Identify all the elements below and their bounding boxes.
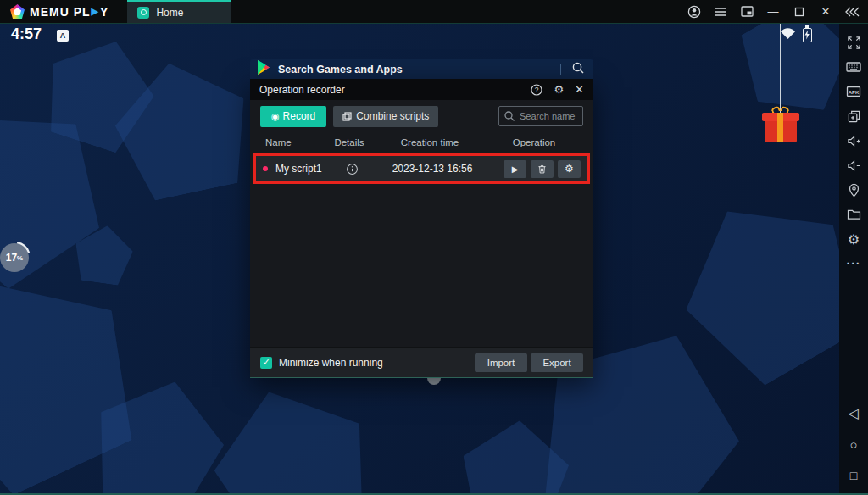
help-icon[interactable]: ? [531,84,542,96]
window-controls: — ✕ [685,0,868,23]
empty-list-area [250,184,593,347]
tab-home[interactable]: Home [127,0,231,23]
home-icon[interactable]: ○ [843,433,865,455]
dialog-close-icon[interactable]: ✕ [575,84,584,95]
account-icon[interactable] [685,3,704,21]
settings-gear-icon[interactable]: ⚙ [554,84,564,95]
window-titlebar: MEMU PL▶Y Home — ✕ [0,0,868,24]
volume-up-icon[interactable] [843,131,865,151]
fullscreen-icon[interactable] [843,32,865,53]
maximize-icon[interactable] [790,3,809,21]
settings-icon[interactable]: ⚙ [843,229,865,249]
play-search-bar[interactable]: Search Games and Apps [250,59,593,79]
export-button[interactable]: Export [531,353,583,372]
memu-logo-text: MEMU PL▶Y [30,5,108,19]
apk-install-icon[interactable]: APK [843,81,865,102]
creation-time: 2023-12-13 16:56 [377,163,487,175]
dock-handle [427,378,441,385]
row-status-dot [263,166,268,171]
script-settings-button[interactable]: ⚙ [558,160,581,178]
annotation-highlight: My script1 2023-12-13 16:56 ▶ ⚙ [253,153,590,184]
recents-icon[interactable]: □ [843,464,865,487]
dialog-toolbar: ◉ Record Combine scripts [250,100,593,132]
gift-string [780,24,781,114]
delete-script-button[interactable] [531,160,554,178]
trash-icon [537,164,548,175]
script-search [498,106,583,126]
volume-down-icon[interactable] [843,155,865,175]
column-details: Details [324,137,375,147]
android-screen: 4:57 A 17% [0,24,839,493]
search-icon [504,110,515,122]
script-name: My script1 [275,163,326,175]
gift-icon[interactable] [761,107,800,142]
battery-charging-icon [803,28,812,42]
memu-window: MEMU PL▶Y Home — ✕ [0,0,868,495]
play-script-button[interactable]: ▶ [504,160,526,178]
screen-capture-icon[interactable] [737,3,756,21]
minimize-icon[interactable]: — [764,3,782,21]
notification-badge: A [57,30,69,42]
column-creation-time: Creation time [375,137,485,147]
table-row[interactable]: My script1 2023-12-13 16:56 ▶ ⚙ [256,156,587,181]
menu-icon[interactable] [711,3,730,21]
dialog-title: Operation recorder [259,84,345,96]
progress-badge[interactable]: 17% [0,241,31,275]
svg-text:?: ? [535,86,539,94]
minimize-checkbox[interactable]: ✓ [260,357,272,369]
status-icons [780,27,812,43]
divider [560,64,561,75]
info-icon[interactable] [346,163,359,175]
column-operation: Operation [485,137,583,147]
home-tab-icon [137,7,149,19]
shared-folder-icon[interactable] [843,204,865,225]
table-header: Name Details Creation time Operation [250,132,593,153]
google-play-icon [258,60,270,78]
close-icon[interactable]: ✕ [816,3,835,21]
status-clock: 4:57 [11,25,42,43]
svg-text:APK: APK [849,90,860,95]
import-button[interactable]: Import [475,353,527,372]
search-bar-label: Search Games and Apps [278,64,403,75]
home-tab-label: Home [156,7,183,19]
location-icon[interactable] [843,180,865,200]
collapse-sidebar-icon[interactable] [843,3,861,21]
keyboard-icon[interactable] [843,57,865,77]
column-name: Name [260,137,324,147]
combine-scripts-button[interactable]: Combine scripts [333,106,438,127]
bg-pentagon [197,369,389,493]
search-icon[interactable] [571,61,585,78]
minimize-checkbox-label: Minimize when running [279,357,383,369]
tool-sidebar: APK ⚙ ··· ◁ ○ □ [839,24,868,493]
memu-logo: MEMU PL▶Y [0,0,119,23]
multi-instance-icon[interactable] [843,106,865,126]
record-icon: ◉ [271,111,280,122]
wifi-icon [780,27,796,43]
back-icon[interactable]: ◁ [843,402,865,424]
logo-play-icon: ▶ [92,6,99,17]
record-button[interactable]: ◉ Record [260,106,326,127]
operation-recorder-dialog: Operation recorder ? ⚙ ✕ ◉ Record [250,79,593,378]
combine-icon [342,112,352,121]
dialog-titlebar: Operation recorder ? ⚙ ✕ [250,79,593,100]
more-icon[interactable]: ··· [843,253,865,274]
dialog-footer: ✓ Minimize when running Import Export [250,347,593,377]
memu-pentagon-icon [10,4,25,19]
